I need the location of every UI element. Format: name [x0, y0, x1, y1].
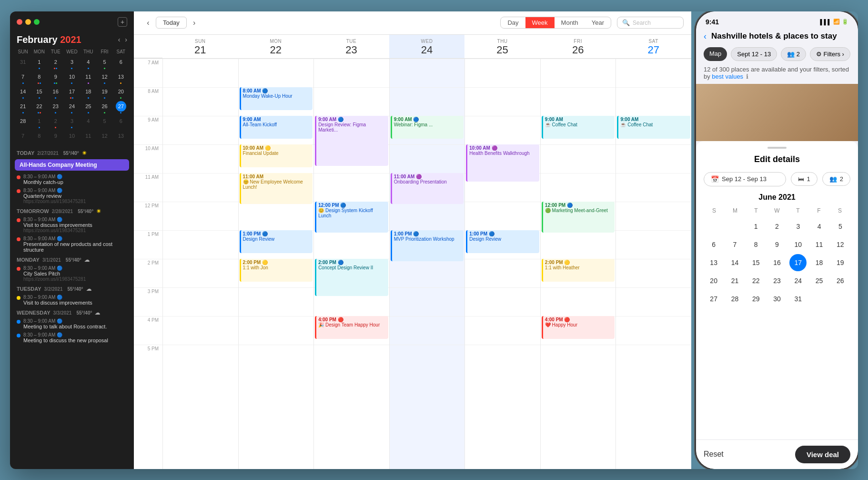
phone-day[interactable]: 5: [832, 218, 849, 235]
back-button[interactable]: ‹: [704, 31, 707, 41]
mini-day[interactable]: 13: [116, 131, 126, 141]
mini-day[interactable]: 9: [50, 131, 61, 141]
phone-day[interactable]: 26: [832, 272, 849, 289]
event-design-review-mon[interactable]: 1:00 PM 🔵 Design Review: [240, 230, 313, 253]
prev-week-button[interactable]: ‹: [141, 16, 155, 30]
mini-day[interactable]: 31: [18, 57, 28, 67]
sidebar-event-item[interactable]: 8:30 – 9:00 AM 🔵 Visit to discuss improv…: [10, 215, 134, 235]
phone-day[interactable]: 13: [705, 254, 722, 271]
close-button[interactable]: [17, 19, 22, 25]
mini-day[interactable]: 8: [34, 71, 44, 82]
sidebar-event-item[interactable]: 8:30 – 9:00 AM 🔵 City Sales Pitch https:…: [10, 264, 134, 283]
phone-day[interactable]: 29: [747, 290, 765, 307]
mini-day[interactable]: 3: [67, 116, 77, 126]
sidebar-event-item[interactable]: 8:30 – 9:00 AM 🔵 Presentation of new pro…: [10, 235, 134, 254]
sidebar-event-item[interactable]: 8:30 – 9:00 AM 🔵 Meeting to discuss the …: [10, 331, 134, 345]
event-1on1-heather[interactable]: 2:00 PM 🟡 1:1 with Heather: [542, 259, 615, 282]
mini-day[interactable]: 5: [100, 116, 110, 126]
phone-day[interactable]: 20: [705, 272, 722, 289]
month-view-button[interactable]: Month: [555, 17, 585, 28]
reset-button[interactable]: Reset: [704, 450, 724, 459]
phone-day[interactable]: 3: [789, 218, 807, 235]
mini-day[interactable]: 19: [100, 86, 110, 97]
mini-day[interactable]: 17: [67, 86, 77, 97]
mini-day[interactable]: 21: [18, 101, 28, 112]
mini-day[interactable]: 10: [67, 71, 77, 82]
phone-day[interactable]: 16: [768, 254, 786, 271]
mini-day[interactable]: 23: [50, 101, 61, 112]
phone-day[interactable]: 1: [747, 218, 765, 235]
event-onboarding[interactable]: 11:00 AM 🟣 Onboarding Presentation: [391, 173, 464, 204]
mini-day[interactable]: 7: [18, 131, 28, 141]
mini-day[interactable]: 6: [116, 57, 126, 67]
day-view-button[interactable]: Day: [501, 17, 525, 28]
event-financial-update[interactable]: 10:00 AM 🟡 Financial Update: [240, 144, 313, 167]
event-coffee-chat-fri[interactable]: 9:00 AM ☕ Coffee Chat: [542, 116, 615, 139]
phone-day[interactable]: 6: [705, 236, 722, 253]
phone-day[interactable]: 2: [768, 218, 786, 235]
next-week-button[interactable]: ›: [188, 16, 201, 30]
mini-day[interactable]: 2: [50, 116, 61, 126]
event-monday-wakeup[interactable]: 8:00 AM 🔵 Monday Wake-Up Hour: [240, 87, 313, 110]
phone-day[interactable]: 10: [789, 236, 807, 253]
minimize-button[interactable]: [25, 19, 31, 25]
all-hands-event[interactable]: All-Hands Company Meeting: [15, 159, 129, 171]
best-values-link[interactable]: best values: [712, 73, 743, 80]
week-view-button[interactable]: Week: [525, 17, 555, 28]
chip-filters[interactable]: ⚙ Filters ›: [810, 47, 850, 61]
phone-day[interactable]: 14: [726, 254, 743, 271]
guest-picker[interactable]: 👥 2: [822, 172, 850, 186]
maximize-button[interactable]: [34, 19, 40, 25]
phone-day[interactable]: 27: [705, 290, 722, 307]
month-nav[interactable]: ‹ ›: [118, 36, 127, 43]
prev-month-icon[interactable]: ‹: [118, 36, 121, 43]
mini-day[interactable]: 6: [116, 116, 126, 126]
mini-day[interactable]: 24: [67, 101, 77, 112]
mini-day[interactable]: 11: [83, 71, 93, 82]
phone-day[interactable]: 21: [726, 272, 743, 289]
event-happy-hour-fri[interactable]: 4:00 PM 🔴 ❤️ Happy Hour: [542, 316, 615, 339]
event-mvp-workshop[interactable]: 1:00 PM 🔵 MVP Prioritization Workshop: [391, 230, 464, 261]
event-health-benefits[interactable]: 10:00 AM 🟣 Health Benefits Walkthrough: [466, 144, 539, 182]
mini-day[interactable]: 5: [100, 57, 110, 67]
event-1on1-jon[interactable]: 2:00 PM 🟡 1:1 with Jon: [240, 259, 313, 282]
mini-day[interactable]: 7: [18, 71, 28, 82]
event-marketing-meet[interactable]: 12:00 PM 🔵 🟢 Marketing Meet-and-Greet: [542, 202, 615, 233]
mini-day[interactable]: 3: [67, 57, 77, 67]
event-coffee-chat-sat[interactable]: 9:00 AM ☕ Coffee Chat: [617, 116, 690, 139]
mini-day[interactable]: 12: [100, 71, 110, 82]
mini-day[interactable]: 2: [50, 57, 61, 67]
add-calendar-button[interactable]: +: [118, 17, 127, 27]
mini-day[interactable]: 28: [18, 116, 28, 126]
mini-day[interactable]: 9: [50, 71, 61, 82]
mini-day[interactable]: 15: [34, 86, 44, 97]
phone-day[interactable]: 19: [832, 254, 849, 271]
event-allteam-kickoff[interactable]: 9:00 AM All-Team Kickoff: [240, 116, 313, 139]
chip-guests[interactable]: 👥 2: [781, 47, 806, 61]
view-deal-button[interactable]: View deal: [795, 446, 850, 463]
next-month-icon[interactable]: ›: [125, 36, 127, 43]
phone-day[interactable]: 23: [768, 272, 786, 289]
search-bar[interactable]: 🔍 Search: [617, 17, 684, 29]
mini-day[interactable]: 12: [100, 131, 110, 141]
mini-day[interactable]: 1: [34, 116, 44, 126]
mini-day[interactable]: 14: [18, 86, 28, 97]
year-view-button[interactable]: Year: [585, 17, 611, 28]
sidebar-event-item[interactable]: 8:30 – 9:00 AM 🔵 Meeting to talk about R…: [10, 317, 134, 331]
mini-day[interactable]: 16: [50, 86, 61, 97]
mini-day[interactable]: 11: [83, 131, 93, 141]
event-webinar-figma[interactable]: 9:00 AM 🔵 Webinar: Figma ...: [391, 116, 464, 139]
mini-day-today[interactable]: 27: [116, 101, 126, 112]
phone-day[interactable]: 22: [747, 272, 765, 289]
phone-day[interactable]: 31: [789, 290, 807, 307]
phone-day[interactable]: 28: [726, 290, 743, 307]
chip-dates[interactable]: Sept 12 - 13: [731, 47, 777, 61]
phone-day[interactable]: 8: [747, 236, 765, 253]
date-picker[interactable]: 📅 Sep 12 - Sep 13: [704, 172, 786, 186]
mini-day[interactable]: 4: [83, 57, 93, 67]
phone-day[interactable]: 11: [811, 236, 828, 253]
phone-day[interactable]: 25: [811, 272, 828, 289]
mini-day[interactable]: 20: [116, 86, 126, 97]
mini-day[interactable]: 25: [83, 101, 93, 112]
event-concept-design[interactable]: 2:00 PM 🔵 Concept Design Review II: [315, 259, 388, 296]
